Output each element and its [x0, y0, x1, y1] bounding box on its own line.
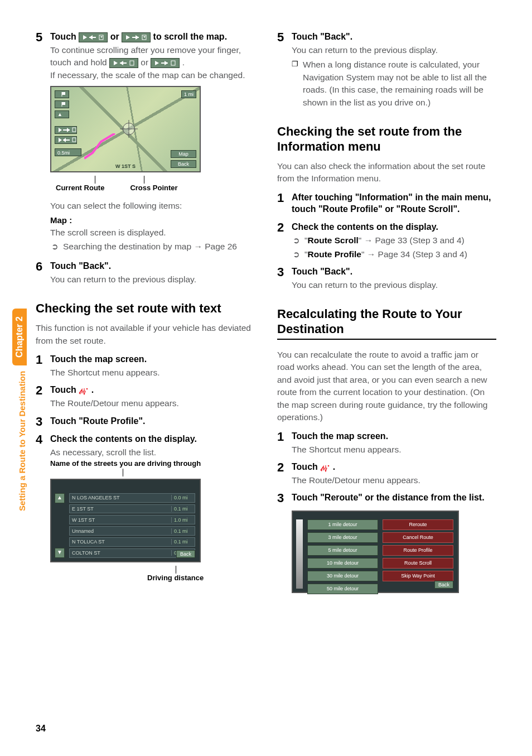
text: Touch [50, 385, 79, 394]
step-number: 1 [277, 192, 287, 216]
map-scale-button: 0.5mi [55, 148, 81, 156]
svg-marker-5 [126, 35, 130, 40]
heading-check-route-info: Checking the set route from the Informat… [277, 124, 496, 155]
text-step-3: 3 Touch "Route Profile". [36, 416, 255, 428]
route-profile-screenshot: ▲ ▼ N LOS ANGELES ST0.0 mi E 1ST ST0.1 m… [50, 479, 201, 562]
recalc-step-2: 2 Touch . The Route/Detour menu appears. [277, 461, 496, 487]
profile-row: N LOS ANGELES ST0.0 mi [69, 493, 195, 503]
step-title: Check the contents on the display. [292, 221, 496, 233]
ref-line: "Route Profile" → Page 34 (Step 3 and 4) [304, 248, 467, 261]
step-number: 3 [277, 492, 287, 505]
street-name: COLTON ST [70, 550, 171, 556]
text: . [91, 385, 94, 394]
scroll-left-button-icon [109, 58, 138, 68]
step-number: 1 [277, 431, 287, 456]
step-text: The Shortcut menu appears. [50, 367, 255, 379]
step-text: The Route/Detour menu appears. [292, 474, 496, 487]
svg-marker-24 [67, 128, 70, 132]
heading-text: This function is not available if your v… [36, 322, 255, 347]
map-flag2-icon [55, 100, 69, 108]
street-name: N TOLUCA ST [70, 539, 171, 545]
ref-label: Route Scroll [308, 235, 359, 245]
svg-marker-26 [59, 138, 62, 142]
map-range-button: 1 mi [181, 90, 196, 98]
svg-rect-13 [130, 61, 134, 65]
scroll-down-icon: ▼ [55, 548, 65, 558]
svg-marker-28 [63, 138, 66, 142]
step-text: You can return to the previous display. [292, 44, 496, 56]
text: or [110, 32, 122, 41]
map-arrow-left-icon [55, 136, 77, 144]
ref-text: Searching the destination by map → Page … [63, 240, 237, 253]
svg-marker-31 [83, 391, 85, 394]
text: . [333, 462, 335, 471]
step6-title: Touch "Back". [50, 261, 255, 272]
street-dist: 0.1 mi [171, 528, 195, 534]
side-chapter-badge: Chapter 2 [12, 309, 27, 365]
profile-caption-top: Name of the streets you are driving thro… [50, 459, 255, 468]
step-number: 1 [36, 354, 46, 379]
right-step-5: 5 Touch "Back". You can return to the pr… [277, 31, 496, 109]
street-name: N LOS ANGELES ST [70, 495, 171, 500]
callout-line [50, 566, 201, 574]
text-step-2: 2 Touch . The Route/Detour menu appears. [36, 384, 255, 410]
step-title: Check the contents on the display. [50, 434, 255, 445]
svg-marker-4 [100, 36, 103, 38]
street-dist: 0.1 mi [171, 506, 195, 512]
map-label: Map : [50, 215, 255, 226]
svg-marker-16 [165, 61, 168, 65]
svg-rect-20 [62, 102, 65, 105]
step-text: As necessary, scroll the list. [50, 446, 255, 459]
map-back-button: Back [171, 160, 196, 168]
img-label-cross-pointer: Cross Pointer [130, 184, 177, 192]
svg-marker-7 [136, 35, 139, 40]
svg-marker-35 [325, 468, 327, 471]
text: or [141, 57, 151, 67]
right-column: 5 Touch "Back". You can return to the pr… [277, 28, 496, 593]
step-title: Touch the map screen. [50, 354, 255, 365]
step5-text: To continue scrolling after you remove y… [50, 44, 255, 69]
scroll-right-button-icon [151, 58, 180, 68]
street-dist: 0.1 mi [171, 539, 195, 545]
step-number: 6 [36, 261, 46, 286]
profile-row: W 1ST ST1.0 mi [69, 515, 195, 524]
heading-recalculating: Recalculating the Route to Your Destinat… [277, 307, 496, 340]
step-title: Touch "Back". [292, 266, 496, 278]
reroute-back-button: Back [434, 581, 453, 589]
map-flag-icon [55, 90, 69, 98]
svg-rect-25 [72, 128, 76, 132]
cancel-route-button: Cancel Route [383, 532, 453, 543]
street-dist: 0.0 mi [171, 495, 195, 500]
ref-bullet-icon: ➲ [293, 234, 300, 247]
text: Touch [292, 462, 320, 471]
step-title: Touch the map screen. [292, 431, 496, 442]
svg-rect-29 [72, 138, 76, 142]
step-number: 2 [277, 461, 287, 487]
svg-marker-14 [155, 61, 159, 65]
text-step-4: 4 Check the contents on the display. As … [36, 434, 255, 459]
step-number: 4 [36, 434, 46, 459]
svg-point-33 [86, 388, 88, 390]
reroute-button: Reroute [383, 519, 453, 530]
svg-rect-17 [171, 61, 175, 65]
scroll-right-button-icon [122, 32, 151, 42]
step-text: The Route/Detour menu appears. [50, 397, 255, 410]
detour-10mi-button: 10 mile detour [307, 558, 378, 569]
detour-50mi-button: 50 mile detour [307, 584, 378, 594]
step-title: After touching "Information" in the main… [292, 192, 496, 215]
step-text: The Shortcut menu appears. [292, 444, 496, 456]
heading-text: You can also check the information about… [277, 160, 496, 185]
heading-text: You can recalculate the route to avoid a… [277, 349, 496, 424]
heading-check-route-text: Checking the set route with text [36, 301, 255, 316]
page-number: 34 [36, 724, 46, 734]
street-name: Unnamed [70, 528, 171, 534]
text: Searching the destination by map [63, 242, 194, 251]
profile-row: Unnamed0.1 mi [69, 526, 195, 536]
map-street-label: W 1ST S [115, 163, 136, 169]
reroute-screenshot: 1 mile detour Reroute 3 mile detour Canc… [292, 511, 459, 593]
note-bullet-icon: ❐ [292, 59, 298, 109]
step-number: 5 [277, 31, 287, 109]
map-arrow-right-icon [55, 126, 77, 134]
step-number: 2 [36, 384, 46, 410]
route-detour-icon [320, 464, 330, 471]
